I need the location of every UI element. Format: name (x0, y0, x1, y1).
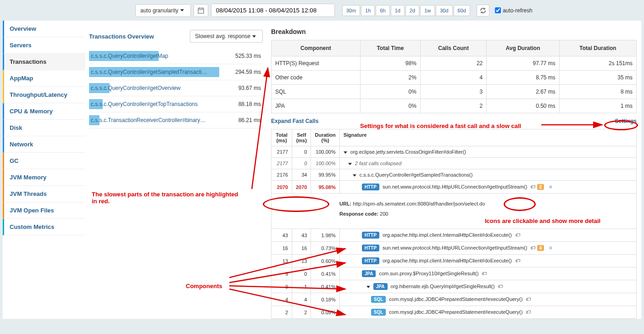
sort-dropdown[interactable]: Slowest avg. response (190, 30, 263, 43)
auto-refresh-checkbox[interactable] (495, 7, 501, 13)
transactions-panel: Transactions Overview Slowest avg. respo… (85, 21, 266, 319)
sidebar-item-jvm-open-files[interactable]: JVM Open Files (3, 202, 85, 219)
top-toolbar: auto granularity 30m 1h 6h 1d 2d 1w 30d … (0, 0, 644, 21)
col-total-duration: Total Duration (559, 40, 636, 56)
call-row[interactable]: 21763499.95% c.s.s.c.QueryController#get… (272, 169, 637, 181)
sidebar-item-jvm-threads[interactable]: JVM Threads (3, 186, 85, 202)
sidebar-item-custom-metrics[interactable]: Custom Metrics (3, 219, 85, 235)
sql-badge: SQL (371, 309, 386, 316)
call-row[interactable]: 13130.60%HTTP org.apache.http.impl.clien… (272, 255, 637, 267)
transaction-name: c.s.s.c.QueryController#getMap (89, 53, 235, 59)
col-total-ms: Total (ms) (272, 129, 292, 146)
call-row[interactable]: 21770100.00% 2 fast calls collapsed (272, 158, 637, 169)
transaction-row[interactable]: c.s.s.c.QueryController#getOverview 93.6… (89, 80, 263, 96)
breakdown-row: SQL0%32.67 ms8 ms (272, 85, 637, 99)
sidebar-item-overview[interactable]: Overview (3, 21, 85, 37)
chevron-down-icon (252, 35, 256, 38)
settings-link[interactable]: Settings (615, 118, 637, 124)
transaction-row[interactable]: c.s.s.c.QueryController#getMap 525.33 ms (89, 48, 263, 64)
transaction-row[interactable]: c.s.s.c.TransactionReceiverController#bi… (89, 112, 263, 128)
sidebar-item-cpu-memory[interactable]: CPU & Memory (3, 103, 85, 120)
call-row[interactable]: 440.18%SQL com.mysql.jdbc.JDBC4PreparedS… (272, 293, 637, 306)
caret-icon[interactable] (353, 174, 356, 177)
col-duration-pct: Duration (%) (311, 129, 339, 146)
refresh-button[interactable] (477, 5, 489, 17)
transaction-name: c.s.s.c.QueryController#getSampledTransa… (89, 69, 235, 75)
chevron-down-icon (180, 9, 184, 11)
jpa-badge: JPA (362, 270, 376, 277)
transaction-name: c.s.s.c.QueryController#getTopTransactio… (89, 101, 239, 107)
count-badge[interactable]: 4 (537, 245, 544, 251)
range-30m[interactable]: 30m (342, 5, 360, 16)
sidebar-item-appmap[interactable]: AppMap (3, 70, 85, 87)
tag-icon[interactable]: 🏷 (482, 271, 487, 276)
list-icon[interactable]: ≡ (549, 184, 552, 189)
call-row[interactable]: 900.41%JPA com.sun.proxy.$Proxy110#getSi… (272, 267, 637, 280)
sidebar-item-network[interactable]: Network (3, 136, 85, 153)
range-30d[interactable]: 30d (436, 5, 452, 16)
list-icon[interactable]: ≡ (549, 245, 552, 250)
granularity-label: auto granularity (140, 7, 178, 14)
tag-icon[interactable]: 🏷 (498, 284, 503, 289)
tag-icon[interactable]: 🏷 (526, 309, 531, 315)
range-buttons: 30m 1h 6h 1d 2d 1w 30d 60d (342, 5, 470, 16)
transactions-title: Transactions Overview (89, 33, 154, 40)
expand-fast-calls[interactable]: Expand Fast Calls (271, 118, 318, 124)
call-row[interactable]: 16160.73%HTTP sun.net.www.protocol.http.… (272, 242, 637, 255)
tag-icon[interactable]: 🏷 (530, 184, 535, 189)
range-60d[interactable]: 60d (454, 5, 470, 16)
sidebar: Overview Servers Transactions AppMap Thr… (3, 21, 85, 319)
transaction-row[interactable]: c.s.s.c.QueryController#getTopTransactio… (89, 96, 263, 112)
http-badge: HTTP (362, 245, 379, 251)
svg-rect-0 (198, 8, 204, 13)
main: Overview Servers Transactions AppMap Thr… (3, 21, 641, 319)
transaction-ms: 294.59 ms (235, 69, 263, 75)
call-row[interactable]: 21770100.00% org.eclipse.jetty.servlets.… (272, 146, 637, 158)
call-row[interactable]: 2070207095.08%HTTP sun.net.www.protocol.… (272, 181, 637, 194)
sidebar-item-transactions[interactable]: Transactions (3, 54, 85, 70)
call-row[interactable]: 910.41% JPA org.hibernate.ejb.QueryImpl#… (272, 280, 637, 293)
caret-icon[interactable] (344, 151, 347, 154)
auto-refresh-label: auto-refresh (503, 7, 533, 14)
granularity-dropdown[interactable]: auto granularity (135, 4, 191, 17)
http-badge: HTTP (362, 232, 379, 239)
range-1w[interactable]: 1w (420, 5, 435, 16)
transaction-row[interactable]: c.s.s.c.QueryController#getSampledTransa… (89, 64, 263, 80)
transaction-ms: 525.33 ms (235, 53, 263, 59)
breakdown-row: Other code2%48.75 ms35 ms (272, 71, 637, 85)
call-row[interactable]: 220.09%SQL com.mysql.jdbc.JDBC4PreparedS… (272, 306, 637, 319)
col-avg-duration: Avg Duration (487, 40, 560, 56)
breakdown-row: JPA0%20.50 ms1 ms (272, 99, 637, 113)
tag-icon[interactable]: 🏷 (515, 232, 520, 238)
calendar-button[interactable] (194, 4, 208, 17)
range-1h[interactable]: 1h (361, 5, 375, 16)
auto-refresh-toggle[interactable]: auto-refresh (495, 7, 533, 14)
range-1d[interactable]: 1d (391, 5, 405, 16)
breakdown-row: HTTP(S) Request98%2297.77 ms2s 151ms (272, 56, 637, 71)
tag-icon[interactable]: 🏷 (526, 296, 531, 302)
sql-badge: SQL (371, 296, 386, 303)
caret-icon[interactable] (366, 286, 370, 288)
http-badge: HTTP (362, 184, 379, 190)
sidebar-item-throughput-latency[interactable]: Throughput/Latency (3, 87, 85, 103)
caret-icon[interactable] (348, 163, 352, 165)
tag-icon[interactable]: 🏷 (515, 258, 520, 263)
transaction-name: c.s.s.c.QueryController#getOverview (89, 85, 239, 91)
range-6h[interactable]: 6h (376, 5, 389, 16)
col-total-time: Total Time (360, 40, 420, 56)
col-component: Component (272, 40, 361, 56)
range-2d[interactable]: 2d (405, 5, 419, 16)
calendar-icon (198, 7, 204, 14)
sidebar-item-servers[interactable]: Servers (3, 37, 85, 54)
col-signature: Signature (339, 129, 636, 146)
sidebar-item-gc[interactable]: GC (3, 153, 85, 169)
transaction-name: c.s.s.c.TransactionReceiverController#bi… (89, 117, 239, 123)
count-badge[interactable]: 2 (537, 184, 544, 190)
sidebar-item-jvm-memory[interactable]: JVM Memory (3, 169, 85, 186)
transaction-ms: 88.18 ms (239, 101, 263, 107)
call-row[interactable]: 43431.98%HTTP org.apache.http.impl.clien… (272, 229, 637, 242)
sidebar-item-disk[interactable]: Disk (3, 120, 85, 136)
date-range-input[interactable] (211, 4, 335, 17)
breakdown-title: Breakdown (271, 21, 637, 40)
tag-icon[interactable]: 🏷 (530, 245, 535, 250)
